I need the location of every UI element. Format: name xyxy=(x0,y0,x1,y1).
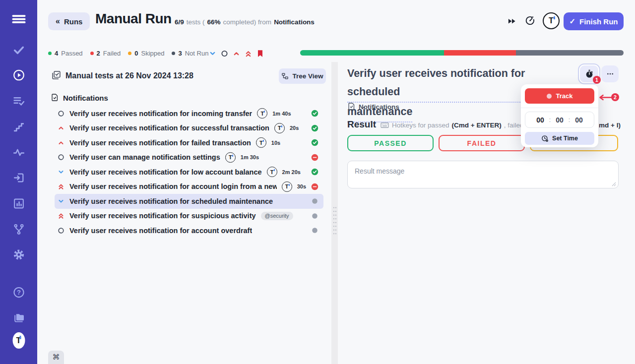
status-dot-icon xyxy=(172,52,175,55)
command-shortcut-button[interactable]: ⌘ xyxy=(48,351,64,364)
test-duration: 20s xyxy=(290,125,299,131)
priority-low-icon xyxy=(58,198,64,205)
status-not-run-icon xyxy=(311,227,318,234)
annotation-badge-2: 2 xyxy=(611,93,619,101)
chevron-down-icon[interactable] xyxy=(208,49,216,58)
testomat-logo-icon: T xyxy=(274,123,285,133)
resizer-grip-icon[interactable] xyxy=(333,206,337,236)
test-row[interactable]: Verify user can manage notification sett… xyxy=(55,150,323,165)
page-title: Manual Run xyxy=(95,11,172,27)
failed-button[interactable]: FAILED xyxy=(439,135,525,151)
list-check-icon[interactable] xyxy=(12,95,25,107)
set-time-button[interactable]: Set Time xyxy=(525,132,594,145)
status-count-value: 2 xyxy=(97,50,100,57)
check-icon: ✓ xyxy=(569,17,575,26)
test-title: Verify user receives notification for in… xyxy=(69,110,252,118)
testomat-logo-icon[interactable]: T xyxy=(543,12,560,29)
breadcrumb-file-icon xyxy=(347,102,356,111)
time-hours[interactable]: 00 xyxy=(536,116,544,124)
back-to-runs-button[interactable]: « Runs xyxy=(48,12,90,30)
bookmark-icon[interactable] xyxy=(256,49,264,58)
status-count-value: 3 xyxy=(178,50,182,57)
tests-word: tests ( xyxy=(187,18,205,26)
track-button[interactable]: Track xyxy=(525,88,594,104)
test-row[interactable]: Verify user receives notification for su… xyxy=(55,209,323,224)
finish-run-button[interactable]: ✓ Finish Run xyxy=(564,12,624,30)
test-duration: 1m 40s xyxy=(272,111,291,117)
gear-icon[interactable] xyxy=(12,248,25,261)
help-icon[interactable]: ? xyxy=(12,286,25,299)
test-title: Verify user receives notification for lo… xyxy=(69,168,262,176)
steps-icon[interactable] xyxy=(12,121,25,133)
status-dot-icon xyxy=(128,52,131,55)
chart-icon[interactable] xyxy=(12,197,25,210)
test-title: Verify user receives notification for sc… xyxy=(69,197,273,205)
play-circle-icon[interactable] xyxy=(12,69,25,81)
test-list: Verify user receives notification for in… xyxy=(55,106,323,238)
tree-view-icon xyxy=(281,72,289,80)
result-message-input[interactable] xyxy=(347,161,619,188)
login-icon[interactable] xyxy=(12,172,25,184)
hotkeys-hint: Hotkeys for passed (Cmd + ENTER) , faile… xyxy=(380,121,523,130)
testomat-logo-icon: T xyxy=(256,137,266,148)
test-row[interactable]: Verify user receives notification for in… xyxy=(55,106,323,121)
retry-timer-icon[interactable] xyxy=(524,15,536,26)
test-row[interactable]: Verify user receives notification for ac… xyxy=(55,180,323,194)
priority-high-icon xyxy=(58,139,64,146)
status-count-not-run: 3Not Run xyxy=(172,50,208,57)
test-duration: 1m 30s xyxy=(241,154,259,160)
app-window: ?T « Runs Manual Run 6/9 tests ( 66% com… xyxy=(0,0,635,364)
more-options-button[interactable] xyxy=(601,65,619,82)
test-duration: 2m 20s xyxy=(282,169,301,175)
test-row[interactable]: Verify user receives notification for sc… xyxy=(55,194,323,209)
double-chevron-up-icon[interactable] xyxy=(244,49,252,58)
track-label: Track xyxy=(556,92,573,100)
suite-file-icon xyxy=(51,93,59,102)
status-count-value: 0 xyxy=(134,50,138,57)
status-dot-icon xyxy=(48,52,52,55)
chevron-up-icon[interactable] xyxy=(232,49,240,58)
testomat-logo-icon: T xyxy=(225,152,236,163)
time-input[interactable]: 00 : 00 : 00 xyxy=(525,112,594,128)
priority-filters xyxy=(208,49,264,58)
progress-segment-passed xyxy=(300,50,444,56)
time-seconds[interactable]: 00 xyxy=(575,116,583,124)
activity-icon[interactable] xyxy=(12,146,25,159)
tree-view-label: Tree View xyxy=(292,72,323,80)
test-row[interactable]: Verify user receives notification for su… xyxy=(55,121,323,136)
testomat-logo-icon: T xyxy=(267,167,277,177)
clock-settings-icon xyxy=(541,135,549,142)
test-row[interactable]: Verify user receives notification for lo… xyxy=(55,165,323,180)
status-count-passed: 4Passed xyxy=(48,50,83,57)
breadcrumb[interactable]: Notifications xyxy=(359,103,399,111)
test-duration: 30s xyxy=(297,183,306,189)
progress-segment-not-run xyxy=(516,50,624,56)
hotkeys-prefix: Hotkeys for passed xyxy=(392,121,449,129)
time-minutes[interactable]: 00 xyxy=(556,116,564,124)
testomat-logo-icon: T xyxy=(12,332,25,349)
suite-name[interactable]: Notifications xyxy=(63,94,108,102)
double-chevron-left-icon: « xyxy=(56,17,60,26)
menu-icon[interactable] xyxy=(11,13,26,25)
circle-icon[interactable] xyxy=(220,49,228,58)
fast-forward-icon[interactable] xyxy=(507,17,516,25)
timer-popup: Track 00 : 00 : 00 Set Time xyxy=(521,84,598,147)
priority-normal-icon xyxy=(58,110,64,117)
logo-icon[interactable]: T xyxy=(12,334,25,347)
priority-high-icon xyxy=(58,124,64,131)
tests-count: 6/9 xyxy=(175,18,184,26)
passed-button[interactable]: PASSED xyxy=(347,135,434,151)
branch-icon[interactable] xyxy=(12,223,25,236)
folder-icon[interactable] xyxy=(12,311,25,324)
status-passed-icon xyxy=(311,139,318,146)
priority-normal-icon xyxy=(58,154,64,161)
priority-critical-icon xyxy=(58,212,64,219)
status-not-run-icon xyxy=(311,197,318,205)
tree-view-button[interactable]: Tree View xyxy=(279,68,326,84)
test-row[interactable]: Verify user receives notification for ac… xyxy=(55,223,323,238)
check-icon[interactable] xyxy=(12,44,25,56)
set-time-label: Set Time xyxy=(552,135,578,142)
keyboard-icon xyxy=(380,121,389,130)
test-row[interactable]: Verify user receives notification for fa… xyxy=(55,135,323,150)
resize-grip-icon[interactable] xyxy=(612,182,616,186)
